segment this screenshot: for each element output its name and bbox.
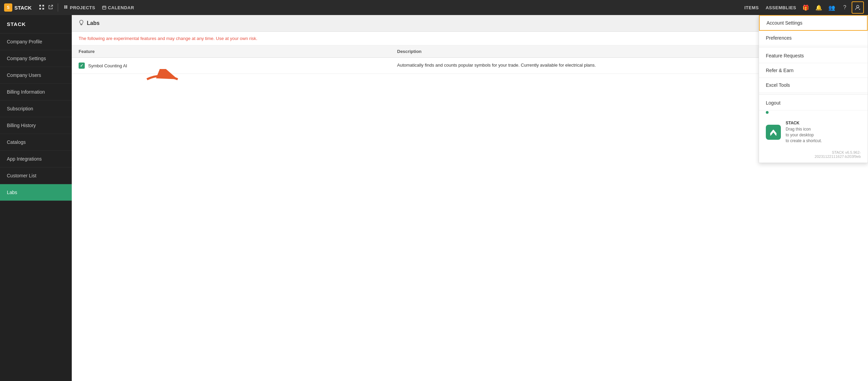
sidebar-item-subscription[interactable]: Subscription bbox=[0, 100, 72, 117]
feature-table: Feature Description Symbol Counting AI A… bbox=[72, 45, 868, 74]
svg-rect-0 bbox=[39, 5, 41, 6]
sidebar: STACK Company Profile Company Settings C… bbox=[0, 15, 72, 381]
dropdown-account-settings[interactable]: Account Settings bbox=[759, 15, 868, 31]
projects-btn[interactable]: PROJECTS bbox=[61, 4, 99, 12]
help-btn[interactable]: ? bbox=[839, 1, 851, 14]
notifications-btn[interactable]: 🔔 bbox=[813, 1, 825, 14]
dropdown-divider-2 bbox=[759, 94, 868, 94]
labs-title: Labs bbox=[87, 20, 99, 26]
dropdown-logout[interactable]: Logout bbox=[759, 96, 868, 110]
svg-rect-8 bbox=[66, 7, 67, 9]
main-content: Labs The following are experimental feat… bbox=[72, 15, 868, 381]
sidebar-item-customer-list[interactable]: Customer List bbox=[0, 167, 72, 184]
warning-text: The following are experimental features … bbox=[72, 32, 868, 45]
dropdown-footer: STACK Drag this iconto your desktopto cr… bbox=[759, 115, 868, 149]
items-btn[interactable]: ITEMS bbox=[741, 4, 762, 12]
stack-draggable-icon[interactable] bbox=[766, 125, 781, 140]
nav-right-icons: 🎁 🔔 👥 ? bbox=[800, 1, 864, 14]
svg-rect-6 bbox=[64, 7, 66, 9]
col-feature: Feature bbox=[72, 45, 390, 58]
gift-btn[interactable]: 🎁 bbox=[800, 1, 812, 14]
account-btn[interactable] bbox=[852, 1, 864, 14]
svg-rect-3 bbox=[42, 8, 44, 10]
app-logo: S STACK bbox=[4, 3, 32, 12]
sidebar-item-company-profile[interactable]: Company Profile bbox=[0, 33, 72, 50]
table-row: Symbol Counting AI Automatically finds a… bbox=[72, 58, 868, 74]
calendar-btn[interactable]: CALENDAR bbox=[99, 4, 138, 12]
labs-bulb-icon bbox=[79, 20, 84, 27]
external-link-btn[interactable] bbox=[46, 3, 55, 12]
labs-header: Labs bbox=[72, 15, 868, 32]
nav-divider-1 bbox=[58, 3, 58, 12]
logo-text: STACK bbox=[14, 5, 32, 11]
svg-rect-9 bbox=[103, 6, 106, 9]
sidebar-item-billing-information[interactable]: Billing Information bbox=[0, 84, 72, 100]
stack-label: STACK bbox=[786, 121, 822, 125]
feature-checkbox[interactable] bbox=[79, 63, 85, 69]
feature-cell: Symbol Counting AI bbox=[72, 58, 390, 74]
page-layout: STACK Company Profile Company Settings C… bbox=[0, 15, 868, 381]
sidebar-item-billing-history[interactable]: Billing History bbox=[0, 117, 72, 134]
dropdown-excel-tools[interactable]: Excel Tools bbox=[759, 78, 868, 93]
svg-rect-1 bbox=[42, 5, 44, 6]
dropdown-divider-1 bbox=[759, 47, 868, 47]
top-nav: S STACK PROJECTS CALENDAR ITEMS ASSEMBLI… bbox=[0, 0, 868, 15]
sidebar-brand: STACK bbox=[0, 15, 72, 33]
sidebar-item-labs[interactable]: Labs bbox=[0, 184, 72, 201]
svg-line-4 bbox=[51, 5, 53, 7]
logo-icon: S bbox=[4, 3, 12, 12]
svg-point-14 bbox=[858, 8, 861, 11]
sidebar-item-company-settings[interactable]: Company Settings bbox=[0, 50, 72, 67]
svg-rect-7 bbox=[66, 5, 67, 7]
svg-point-13 bbox=[857, 5, 859, 8]
svg-rect-5 bbox=[64, 5, 66, 7]
sidebar-item-catalogs[interactable]: Catalogs bbox=[0, 134, 72, 151]
account-dropdown: Account Settings Preferences Feature Req… bbox=[759, 15, 868, 163]
expand-btn[interactable] bbox=[37, 3, 46, 12]
version-text: STACK v6.5.962-20231122111627-b203f9eb bbox=[759, 149, 868, 163]
drag-text: Drag this iconto your desktopto create a… bbox=[786, 126, 822, 144]
dropdown-feature-requests[interactable]: Feature Requests bbox=[759, 49, 868, 63]
sidebar-item-company-users[interactable]: Company Users bbox=[0, 67, 72, 84]
dot-indicator bbox=[766, 111, 769, 114]
sidebar-item-app-integrations[interactable]: App Integrations bbox=[0, 151, 72, 167]
svg-rect-2 bbox=[39, 8, 41, 10]
dropdown-preferences[interactable]: Preferences bbox=[759, 31, 868, 45]
team-btn[interactable]: 👥 bbox=[826, 1, 838, 14]
assemblies-btn[interactable]: ASSEMBLIES bbox=[762, 4, 800, 12]
feature-name: Symbol Counting AI bbox=[88, 63, 127, 68]
dropdown-refer-earn[interactable]: Refer & Earn bbox=[759, 63, 868, 78]
